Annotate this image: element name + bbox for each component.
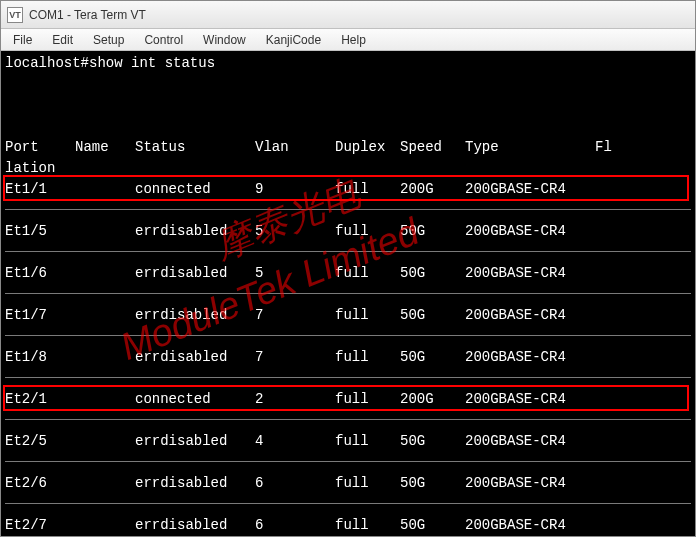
table-row: Et1/8errdisabled7full50G200GBASE-CR4	[5, 347, 691, 368]
menu-edit[interactable]: Edit	[44, 31, 81, 49]
menu-file[interactable]: File	[5, 31, 40, 49]
prompt: localhost#	[5, 55, 89, 71]
row-separator	[5, 494, 691, 515]
table-row: Et2/7errdisabled6full50G200GBASE-CR4	[5, 515, 691, 536]
menu-window[interactable]: Window	[195, 31, 254, 49]
menu-setup[interactable]: Setup	[85, 31, 132, 49]
table-row: Et1/1connected9full200G200GBASE-CR4	[5, 179, 691, 200]
table-row: Et1/5errdisabled5full50G200GBASE-CR4	[5, 221, 691, 242]
row-separator	[5, 410, 691, 431]
app-icon: VT	[7, 7, 23, 23]
terminal-header: PortNameStatusVlanDuplexSpeedTypeFl	[5, 137, 691, 158]
table-row: Et2/6errdisabled6full50G200GBASE-CR4	[5, 473, 691, 494]
table-row: Et1/7errdisabled7full50G200GBASE-CR4	[5, 305, 691, 326]
row-separator	[5, 368, 691, 389]
terminal-command-line: localhost#show int status	[5, 53, 691, 74]
command: show int status	[89, 55, 215, 71]
menu-kanjicode[interactable]: KanjiCode	[258, 31, 329, 49]
window-title: COM1 - Tera Term VT	[29, 8, 146, 22]
table-row: Et1/6errdisabled5full50G200GBASE-CR4	[5, 263, 691, 284]
titlebar[interactable]: VT COM1 - Tera Term VT	[1, 1, 695, 29]
menu-control[interactable]: Control	[136, 31, 191, 49]
row-separator	[5, 200, 691, 221]
row-separator	[5, 284, 691, 305]
terminal-window: VT COM1 - Tera Term VT File Edit Setup C…	[0, 0, 696, 537]
row-separator	[5, 242, 691, 263]
table-row: Et2/5errdisabled4full50G200GBASE-CR4	[5, 431, 691, 452]
terminal-header-wrap: lation	[5, 158, 691, 179]
row-separator	[5, 326, 691, 347]
menu-help[interactable]: Help	[333, 31, 374, 49]
row-separator	[5, 452, 691, 473]
menubar: File Edit Setup Control Window KanjiCode…	[1, 29, 695, 51]
terminal-output[interactable]: localhost#show int status PortNameStatus…	[1, 51, 695, 536]
table-row: Et2/1connected2full200G200GBASE-CR4	[5, 389, 691, 410]
